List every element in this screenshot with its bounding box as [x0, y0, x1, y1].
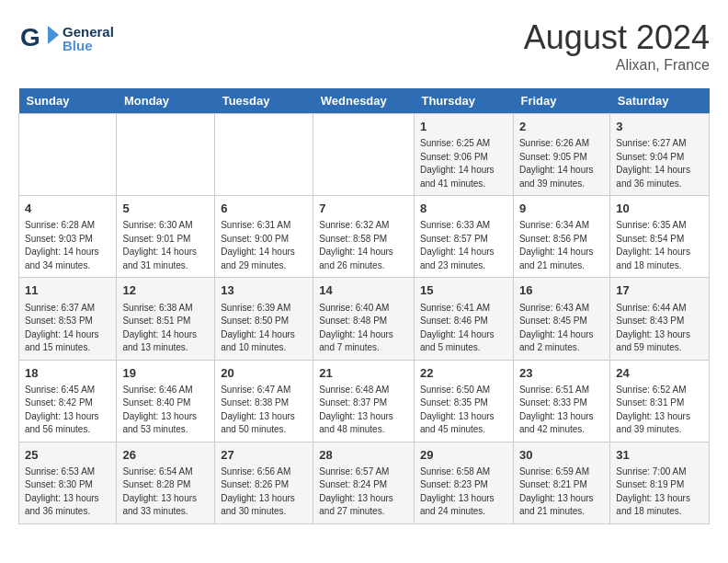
day-info: Sunrise: 6:33 AM Sunset: 8:57 PM Dayligh…	[420, 219, 507, 272]
location-title: Alixan, France	[524, 57, 710, 74]
day-number: 18	[25, 365, 110, 382]
day-number: 22	[420, 365, 507, 382]
day-info: Sunrise: 6:56 AM Sunset: 8:26 PM Dayligh…	[221, 465, 307, 519]
day-info: Sunrise: 6:26 AM Sunset: 9:05 PM Dayligh…	[519, 137, 604, 190]
day-number: 17	[616, 282, 703, 299]
day-info: Sunrise: 6:28 AM Sunset: 9:03 PM Dayligh…	[25, 219, 110, 272]
day-info: Sunrise: 6:43 AM Sunset: 8:45 PM Dayligh…	[519, 302, 604, 355]
day-info: Sunrise: 6:35 AM Sunset: 8:54 PM Dayligh…	[616, 219, 703, 272]
day-info: Sunrise: 6:34 AM Sunset: 8:56 PM Dayligh…	[519, 219, 604, 272]
table-row: 5Sunrise: 6:30 AM Sunset: 9:01 PM Daylig…	[117, 196, 215, 278]
table-row: 4Sunrise: 6:28 AM Sunset: 9:03 PM Daylig…	[19, 196, 117, 278]
day-number: 7	[319, 201, 408, 217]
day-number: 14	[319, 282, 408, 299]
day-number: 12	[122, 282, 209, 299]
col-sunday: Sunday	[19, 88, 117, 114]
day-number: 25	[25, 447, 110, 464]
table-row: 2Sunrise: 6:26 AM Sunset: 9:05 PM Daylig…	[513, 114, 609, 196]
day-info: Sunrise: 6:53 AM Sunset: 8:30 PM Dayligh…	[25, 465, 110, 519]
day-info: Sunrise: 6:45 AM Sunset: 8:42 PM Dayligh…	[25, 384, 110, 437]
day-number: 2	[519, 119, 604, 135]
table-row: 13Sunrise: 6:39 AM Sunset: 8:50 PM Dayli…	[215, 278, 313, 360]
page-header: G General Blue August 2024 Alixan, Franc…	[18, 18, 710, 74]
day-number: 16	[519, 282, 604, 299]
table-row: 10Sunrise: 6:35 AM Sunset: 8:54 PM Dayli…	[610, 196, 710, 278]
day-number: 29	[420, 447, 507, 464]
table-row: 7Sunrise: 6:32 AM Sunset: 8:58 PM Daylig…	[313, 196, 415, 278]
day-info: Sunrise: 6:52 AM Sunset: 8:31 PM Dayligh…	[616, 384, 703, 437]
day-info: Sunrise: 6:37 AM Sunset: 8:53 PM Dayligh…	[25, 302, 110, 355]
day-number: 28	[319, 447, 408, 464]
day-number: 13	[221, 282, 307, 299]
table-row: 21Sunrise: 6:48 AM Sunset: 8:37 PM Dayli…	[313, 360, 415, 442]
day-number: 20	[221, 365, 307, 382]
table-row: 1Sunrise: 6:25 AM Sunset: 9:06 PM Daylig…	[414, 114, 513, 196]
col-tuesday: Tuesday	[215, 88, 313, 114]
table-row	[215, 114, 313, 196]
calendar-week-row: 18Sunrise: 6:45 AM Sunset: 8:42 PM Dayli…	[19, 360, 710, 442]
day-info: Sunrise: 6:51 AM Sunset: 8:33 PM Dayligh…	[519, 384, 604, 437]
table-row: 30Sunrise: 6:59 AM Sunset: 8:21 PM Dayli…	[513, 442, 609, 523]
table-row	[313, 114, 415, 196]
table-row: 22Sunrise: 6:50 AM Sunset: 8:35 PM Dayli…	[414, 360, 513, 442]
day-number: 27	[221, 447, 307, 464]
table-row: 6Sunrise: 6:31 AM Sunset: 9:00 PM Daylig…	[215, 196, 313, 278]
table-row: 19Sunrise: 6:46 AM Sunset: 8:40 PM Dayli…	[117, 360, 215, 442]
table-row: 8Sunrise: 6:33 AM Sunset: 8:57 PM Daylig…	[414, 196, 513, 278]
calendar-week-row: 4Sunrise: 6:28 AM Sunset: 9:03 PM Daylig…	[19, 196, 710, 278]
day-info: Sunrise: 7:00 AM Sunset: 8:19 PM Dayligh…	[616, 465, 703, 519]
svg-text:G: G	[20, 23, 40, 52]
day-info: Sunrise: 6:25 AM Sunset: 9:06 PM Dayligh…	[420, 137, 507, 190]
calendar-header-row: Sunday Monday Tuesday Wednesday Thursday…	[19, 88, 710, 114]
logo-blue-text: Blue	[63, 39, 114, 52]
day-number: 3	[616, 119, 703, 135]
logo-icon: G	[18, 18, 59, 59]
svg-marker-1	[48, 26, 59, 44]
day-number: 19	[122, 365, 209, 382]
day-number: 26	[122, 447, 209, 464]
table-row: 12Sunrise: 6:38 AM Sunset: 8:51 PM Dayli…	[117, 278, 215, 360]
day-info: Sunrise: 6:41 AM Sunset: 8:46 PM Dayligh…	[420, 302, 507, 355]
day-number: 31	[616, 447, 703, 464]
day-number: 21	[319, 365, 408, 382]
calendar-week-row: 1Sunrise: 6:25 AM Sunset: 9:06 PM Daylig…	[19, 114, 710, 196]
table-row	[117, 114, 215, 196]
col-thursday: Thursday	[414, 88, 513, 114]
day-info: Sunrise: 6:30 AM Sunset: 9:01 PM Dayligh…	[122, 219, 209, 272]
table-row: 3Sunrise: 6:27 AM Sunset: 9:04 PM Daylig…	[610, 114, 710, 196]
day-number: 30	[519, 447, 604, 464]
day-number: 5	[122, 201, 209, 217]
day-info: Sunrise: 6:48 AM Sunset: 8:37 PM Dayligh…	[319, 384, 408, 437]
day-info: Sunrise: 6:39 AM Sunset: 8:50 PM Dayligh…	[221, 302, 307, 355]
table-row: 26Sunrise: 6:54 AM Sunset: 8:28 PM Dayli…	[117, 442, 215, 523]
calendar-week-row: 25Sunrise: 6:53 AM Sunset: 8:30 PM Dayli…	[19, 442, 710, 523]
day-number: 9	[519, 201, 604, 217]
day-info: Sunrise: 6:27 AM Sunset: 9:04 PM Dayligh…	[616, 137, 703, 190]
title-area: August 2024 Alixan, France	[524, 18, 710, 74]
table-row: 25Sunrise: 6:53 AM Sunset: 8:30 PM Dayli…	[19, 442, 117, 523]
day-info: Sunrise: 6:32 AM Sunset: 8:58 PM Dayligh…	[319, 219, 408, 272]
table-row: 17Sunrise: 6:44 AM Sunset: 8:43 PM Dayli…	[610, 278, 710, 360]
day-number: 15	[420, 282, 507, 299]
table-row: 29Sunrise: 6:58 AM Sunset: 8:23 PM Dayli…	[414, 442, 513, 523]
day-info: Sunrise: 6:50 AM Sunset: 8:35 PM Dayligh…	[420, 384, 507, 437]
table-row: 27Sunrise: 6:56 AM Sunset: 8:26 PM Dayli…	[215, 442, 313, 523]
day-number: 6	[221, 201, 307, 217]
month-title: August 2024	[524, 18, 710, 57]
logo-text: General Blue	[63, 25, 114, 52]
table-row: 20Sunrise: 6:47 AM Sunset: 8:38 PM Dayli…	[215, 360, 313, 442]
table-row: 23Sunrise: 6:51 AM Sunset: 8:33 PM Dayli…	[513, 360, 609, 442]
day-number: 10	[616, 201, 703, 217]
day-info: Sunrise: 6:31 AM Sunset: 9:00 PM Dayligh…	[221, 219, 307, 272]
table-row: 11Sunrise: 6:37 AM Sunset: 8:53 PM Dayli…	[19, 278, 117, 360]
calendar-week-row: 11Sunrise: 6:37 AM Sunset: 8:53 PM Dayli…	[19, 278, 710, 360]
day-number: 11	[25, 282, 110, 299]
table-row: 14Sunrise: 6:40 AM Sunset: 8:48 PM Dayli…	[313, 278, 415, 360]
day-number: 1	[420, 119, 507, 135]
day-number: 23	[519, 365, 604, 382]
table-row: 18Sunrise: 6:45 AM Sunset: 8:42 PM Dayli…	[19, 360, 117, 442]
col-wednesday: Wednesday	[313, 88, 415, 114]
day-number: 24	[616, 365, 703, 382]
day-info: Sunrise: 6:47 AM Sunset: 8:38 PM Dayligh…	[221, 384, 307, 437]
day-info: Sunrise: 6:40 AM Sunset: 8:48 PM Dayligh…	[319, 302, 408, 355]
